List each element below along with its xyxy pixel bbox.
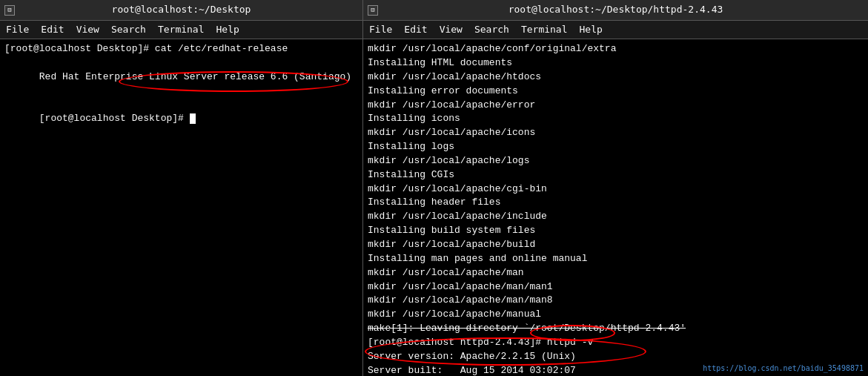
- right-line-3: Installing error documents: [368, 85, 864, 99]
- right-line-13: Installing build system files: [368, 224, 864, 238]
- right-line-20: make[1]: Leaving directory `/root/Deskto…: [368, 322, 864, 336]
- menu-help-left[interactable]: Help: [216, 23, 239, 36]
- right-line-21: [root@localhost httpd-2.4.43]# httpd -v: [368, 336, 864, 350]
- menu-terminal-right[interactable]: Terminal: [521, 23, 568, 36]
- title-left: root@localhost:~/Desktop: [112, 3, 251, 16]
- menu-search-right[interactable]: Search: [474, 23, 509, 36]
- right-line-10: mkdir /usr/local/apache/cgi-bin: [368, 182, 864, 197]
- right-line-1: Installing HTML documents: [368, 56, 864, 70]
- right-line-11: Installing header files: [368, 196, 864, 210]
- title-bar-left: ⊟ root@localhost:~/Desktop: [0, 0, 362, 21]
- terminal-left: ⊟ root@localhost:~/Desktop File Edit Vie…: [0, 0, 363, 376]
- left-line-2: [root@localhost Desktop]#: [4, 99, 358, 141]
- window-icon-right: ⊟: [368, 5, 378, 16]
- right-line-12: mkdir /usr/local/apache/include: [368, 210, 864, 224]
- menu-file-left[interactable]: File: [6, 23, 29, 36]
- menu-edit-right[interactable]: Edit: [404, 23, 427, 36]
- terminal-right: ⊟ root@localhost:~/Desktop/httpd-2.4.43 …: [363, 0, 868, 376]
- terminal-body-left[interactable]: [root@localhost Desktop]# cat /etc/redha…: [0, 39, 362, 376]
- left-line-1: Red Hat Enterprise Linux Server release …: [4, 56, 358, 99]
- title-bar-right: ⊟ root@localhost:~/Desktop/httpd-2.4.43: [363, 0, 868, 21]
- menu-bar-right[interactable]: File Edit View Search Terminal Help: [363, 21, 868, 39]
- menu-bar-left[interactable]: File Edit View Search Terminal Help: [0, 21, 362, 39]
- title-right: root@localhost:~/Desktop/httpd-2.4.43: [508, 3, 723, 16]
- right-line-18: mkdir /usr/local/apache/man/man8: [368, 294, 864, 308]
- menu-edit-left[interactable]: Edit: [41, 23, 64, 36]
- right-line-6: mkdir /usr/local/apache/icons: [368, 126, 864, 140]
- window-icon-left: ⊟: [4, 5, 15, 16]
- right-line-16: mkdir /usr/local/apache/man: [368, 266, 864, 280]
- menu-help-right[interactable]: Help: [580, 23, 603, 36]
- terminal-body-right[interactable]: mkdir /usr/local/apache/conf/original/ex…: [363, 39, 868, 376]
- right-line-14: mkdir /usr/local/apache/build: [368, 238, 864, 252]
- right-line-15: Installing man pages and online manual: [368, 252, 864, 266]
- right-line-4: mkdir /usr/local/apache/error: [368, 99, 864, 113]
- left-line-0: [root@localhost Desktop]# cat /etc/redha…: [4, 42, 358, 56]
- right-line-8: mkdir /usr/local/apache/logs: [368, 154, 864, 168]
- right-line-9: Installing CGIs: [368, 168, 864, 182]
- menu-file-right[interactable]: File: [369, 23, 392, 36]
- right-line-2: mkdir /usr/local/apache/htdocs: [368, 70, 864, 85]
- watermark: https://blog.csdn.net/baidu_35498871: [703, 363, 864, 375]
- menu-view-left[interactable]: View: [76, 23, 99, 36]
- menu-terminal-left[interactable]: Terminal: [158, 23, 205, 36]
- cursor-left: [190, 113, 196, 124]
- right-line-19: mkdir /usr/local/apache/manual: [368, 308, 864, 322]
- right-line-0: mkdir /usr/local/apache/conf/original/ex…: [368, 42, 864, 56]
- right-line-7: Installing logs: [368, 140, 864, 154]
- right-line-5: Installing icons: [368, 112, 864, 126]
- right-line-17: mkdir /usr/local/apache/man/man1: [368, 280, 864, 294]
- menu-view-right[interactable]: View: [440, 23, 463, 36]
- menu-search-left[interactable]: Search: [111, 23, 146, 36]
- right-line-22: Server version: Apache/2.2.15 (Unix): [368, 350, 864, 364]
